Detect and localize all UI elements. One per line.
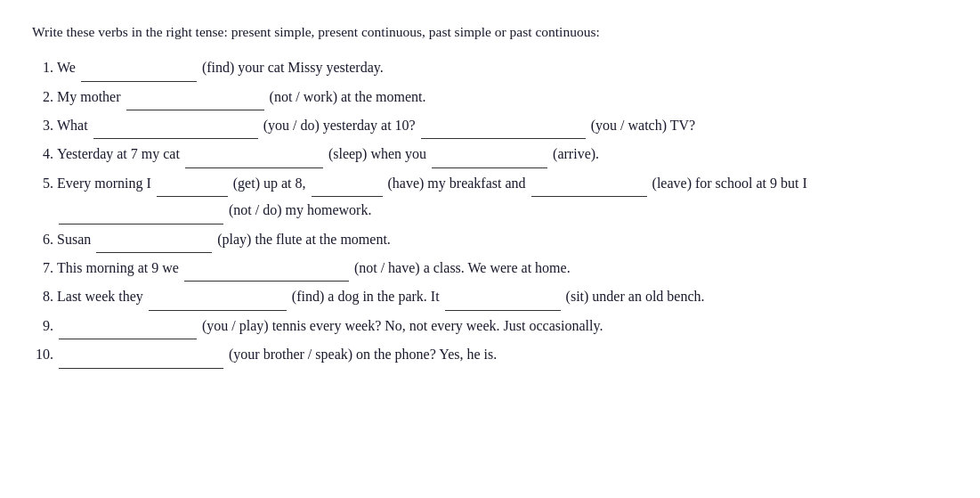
item-text: (have) my breakfast and: [385, 176, 530, 191]
answer-blank[interactable]: [149, 295, 287, 311]
item-text: (leave) for school at 9 but I: [649, 176, 807, 191]
list-item: What (you / do) yesterday at 10? (you / …: [57, 112, 948, 139]
item-text: (find) a dog in the park. It: [288, 289, 443, 304]
item-text: Susan: [57, 232, 94, 247]
item-text: What: [57, 118, 92, 133]
answer-blank[interactable]: [421, 124, 586, 140]
answer-blank[interactable]: [184, 266, 349, 282]
item-text: (you / watch) TV?: [587, 118, 695, 133]
list-item: (your brother / speak) on the phone? Yes…: [57, 341, 948, 368]
item-text: (your brother / speak) on the phone? Yes…: [225, 347, 497, 362]
list-item: This morning at 9 we (not / have) a clas…: [57, 255, 948, 282]
answer-blank[interactable]: [59, 208, 223, 225]
item-text: (you / play) tennis every week? No, not …: [198, 318, 603, 333]
item-text: (not / do) my homework.: [225, 202, 371, 217]
item-text: (get) up at 8,: [230, 176, 310, 191]
item-text: (arrive).: [549, 146, 599, 161]
answer-blank[interactable]: [96, 237, 212, 253]
answer-blank[interactable]: [185, 152, 323, 168]
item-text: We: [57, 60, 79, 75]
item-text: (sleep) when you: [325, 146, 430, 161]
item-text: This morning at 9 we: [57, 260, 182, 275]
answer-blank[interactable]: [59, 353, 223, 369]
question-list: We (find) your cat Missy yesterday.My mo…: [57, 54, 948, 368]
exercise-list: We (find) your cat Missy yesterday.My mo…: [32, 54, 948, 368]
item-text: (play) the flute at the moment.: [214, 232, 391, 247]
answer-blank[interactable]: [432, 152, 547, 168]
answer-blank[interactable]: [312, 182, 383, 198]
answer-blank[interactable]: [81, 66, 197, 82]
item-text: Last week they: [57, 289, 147, 304]
list-item: We (find) your cat Missy yesterday.: [57, 54, 948, 81]
answer-blank[interactable]: [445, 295, 561, 311]
list-item: (you / play) tennis every week? No, not …: [57, 313, 948, 339]
instruction-text: Write these verbs in the right tense: pr…: [32, 21, 948, 42]
item-text: My mother: [57, 89, 125, 104]
answer-blank[interactable]: [126, 94, 264, 110]
list-item: Susan (play) the flute at the moment.: [57, 226, 948, 253]
answer-blank[interactable]: [157, 182, 228, 198]
item-text: (sit) under an old bench.: [563, 289, 705, 304]
item-text: Yesterday at 7 my cat: [57, 146, 183, 161]
list-item: Last week they (find) a dog in the park.…: [57, 283, 948, 310]
item-text: Every morning I: [57, 176, 155, 191]
item-text: (not / work) at the moment.: [266, 89, 426, 104]
list-item: Yesterday at 7 my cat (sleep) when you (…: [57, 141, 948, 167]
list-item: My mother (not / work) at the moment.: [57, 84, 948, 110]
item-text: (you / do) yesterday at 10?: [260, 118, 419, 133]
item-text: (not / have) a class. We were at home.: [351, 260, 571, 275]
answer-blank[interactable]: [531, 182, 647, 198]
item-text: (find) your cat Missy yesterday.: [198, 60, 384, 75]
answer-blank[interactable]: [93, 124, 258, 140]
list-item: Every morning I (get) up at 8, (have) my…: [57, 170, 948, 225]
answer-blank[interactable]: [59, 324, 197, 340]
